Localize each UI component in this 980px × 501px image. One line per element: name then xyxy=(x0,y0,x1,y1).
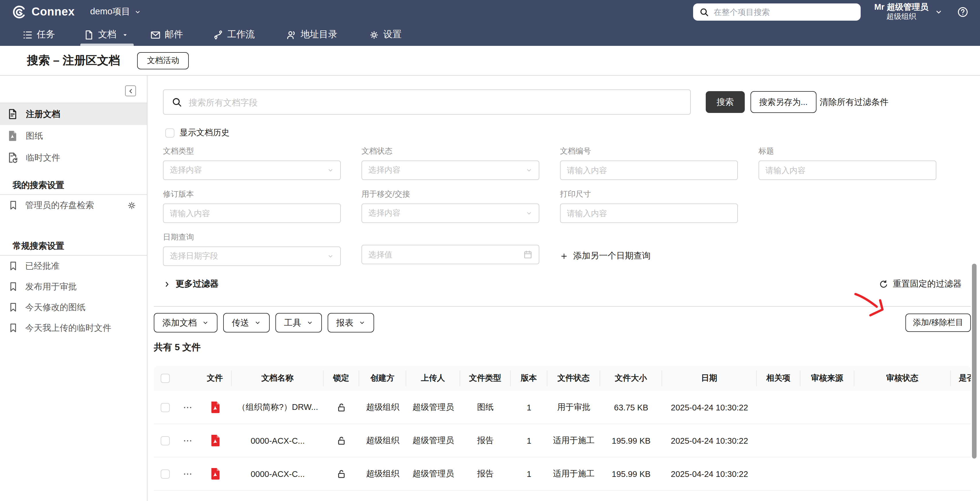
chevron-down-icon xyxy=(306,319,313,326)
nav-item-label: 地址目录 xyxy=(301,29,337,41)
row-menu-icon[interactable] xyxy=(183,469,193,479)
column-header-12[interactable]: 相关项 xyxy=(757,370,800,386)
document-search-box[interactable] xyxy=(163,89,691,115)
column-header-4[interactable]: 锁定 xyxy=(324,370,359,386)
table-row[interactable]: 0000-ACX-C...超级组织超级管理员报告1适用于施工195.99 KB2… xyxy=(154,457,971,491)
workflow-icon xyxy=(213,30,223,40)
show-history-checkbox[interactable] xyxy=(165,128,174,137)
saved-search-item[interactable]: 已经批准 xyxy=(0,256,147,276)
table-row[interactable]: （组织简称?）DRW...超级组织超级管理员图纸1用于审批63.75 KB202… xyxy=(154,391,971,424)
bookmark-icon xyxy=(8,200,18,210)
nav-item-gear[interactable]: 设置 xyxy=(369,24,402,46)
gear-icon[interactable] xyxy=(127,200,137,210)
more-filters-label: 更多过滤器 xyxy=(176,279,219,290)
saved-search-item[interactable]: 今天我上传的临时文件 xyxy=(0,317,147,338)
filter-input[interactable] xyxy=(560,203,738,223)
document-search-input[interactable] xyxy=(189,97,683,107)
column-header-2[interactable]: 文件 xyxy=(199,370,232,386)
user-name: Mr 超级管理员 xyxy=(874,2,929,12)
tools-button[interactable]: 工具 xyxy=(275,313,322,333)
filter-select[interactable]: 选择内容 xyxy=(361,203,539,223)
filter-text-input[interactable] xyxy=(567,209,731,218)
table-row[interactable] xyxy=(154,491,971,501)
filter-select[interactable]: 选择内容 xyxy=(361,160,539,180)
column-header-0[interactable] xyxy=(154,370,177,386)
sidebar-item-registered-docs[interactable]: 注册文档 xyxy=(0,103,147,125)
cell-0 xyxy=(154,469,177,478)
pdf-file-icon xyxy=(210,434,221,447)
cell-text: 图纸 xyxy=(477,402,494,413)
add-date-query-button[interactable]: 添加另一个日期查询 xyxy=(560,251,738,262)
filter-input[interactable] xyxy=(759,160,936,180)
cell-text: 适用于施工 xyxy=(553,435,595,446)
filter-select[interactable]: 选择内容 xyxy=(163,160,341,180)
column-header-6[interactable]: 上传人 xyxy=(406,370,460,386)
pdf-file-icon xyxy=(210,467,221,480)
save-search-as-button[interactable]: 搜索另存为... xyxy=(751,91,816,113)
cell-1 xyxy=(177,402,199,412)
column-header-11[interactable]: 日期 xyxy=(662,370,757,386)
filter-input[interactable] xyxy=(560,160,738,180)
column-header-15[interactable]: 是否 xyxy=(951,370,971,386)
user-menu-chevron-icon[interactable] xyxy=(935,8,943,16)
nav-item-document[interactable]: 文档 xyxy=(84,24,129,46)
filter-input[interactable] xyxy=(163,203,341,223)
column-header-7[interactable]: 文件类型 xyxy=(460,370,511,386)
main-nav: 任务文档邮件工作流地址目录设置 xyxy=(0,24,980,46)
user-block[interactable]: Mr 超级管理员 超级组织 xyxy=(874,2,929,22)
column-header-label: 审核来源 xyxy=(811,373,843,384)
saved-search-item[interactable]: 管理员的存盘检索 xyxy=(0,195,147,216)
nav-item-people[interactable]: 地址目录 xyxy=(286,24,337,46)
transmit-button[interactable]: 传送 xyxy=(223,313,270,333)
row-checkbox[interactable] xyxy=(161,403,170,412)
column-header-1[interactable] xyxy=(177,370,199,386)
filter-text-input[interactable] xyxy=(170,209,334,218)
global-search-input[interactable] xyxy=(714,7,855,16)
table-row[interactable]: 0000-ACX-C...超级组织超级管理员报告1适用于施工195.99 KB2… xyxy=(154,424,971,457)
more-filters-toggle[interactable]: 更多过滤器 xyxy=(163,279,219,290)
row-checkbox[interactable] xyxy=(161,469,170,478)
sidebar-item-drawings[interactable]: 图纸 xyxy=(0,125,147,147)
cell-1 xyxy=(177,469,199,479)
column-header-8[interactable]: 版本 xyxy=(511,370,547,386)
column-header-5[interactable]: 创建方 xyxy=(359,370,406,386)
column-header-9[interactable]: 文件状态 xyxy=(547,370,600,386)
filter-text-input[interactable] xyxy=(765,166,929,175)
brand[interactable]: Connex xyxy=(11,4,75,19)
filter-field: 用于移交/交接选择内容 xyxy=(361,189,539,223)
date-value-input[interactable] xyxy=(361,245,539,264)
column-header-14[interactable]: 审核状态 xyxy=(854,370,951,386)
bookmark-icon xyxy=(8,261,18,271)
row-menu-icon[interactable] xyxy=(183,435,193,446)
add-document-button[interactable]: 添加文档 xyxy=(154,313,218,333)
nav-item-tasks[interactable]: 任务 xyxy=(22,24,55,46)
search-button[interactable]: 搜索 xyxy=(706,91,745,113)
sidebar-item-temp-files[interactable]: 临时文件 xyxy=(0,147,147,168)
reset-pinned-filters[interactable]: 重置固定的过滤器 xyxy=(879,279,962,290)
reports-button[interactable]: 报表 xyxy=(328,313,374,333)
vertical-scrollbar[interactable] xyxy=(972,264,977,458)
column-header-10[interactable]: 文件大小 xyxy=(600,370,662,386)
column-header-3[interactable]: 文档名称 xyxy=(232,370,324,386)
project-switcher[interactable]: demo项目 xyxy=(90,6,141,18)
column-header-label: 创建方 xyxy=(371,373,395,384)
nav-item-mail[interactable]: 邮件 xyxy=(150,24,183,46)
saved-search-item[interactable]: 发布用于审批 xyxy=(0,276,147,297)
cell-11: 2025-04-24 10:30:22 xyxy=(662,436,757,445)
row-menu-icon[interactable] xyxy=(183,402,193,412)
sidebar-collapse-button[interactable] xyxy=(125,86,136,96)
date-value-text[interactable] xyxy=(368,250,519,259)
row-checkbox[interactable] xyxy=(161,436,170,445)
saved-search-item[interactable]: 今天修改的图纸 xyxy=(0,297,147,317)
date-field-select[interactable]: 选择日期字段 xyxy=(163,246,341,266)
filter-label: 文档状态 xyxy=(361,146,539,157)
select-all-checkbox[interactable] xyxy=(161,374,170,383)
column-header-13[interactable]: 审核来源 xyxy=(800,370,854,386)
global-search[interactable] xyxy=(693,3,861,21)
document-activity-button[interactable]: 文档活动 xyxy=(137,52,189,69)
add-remove-columns-button[interactable]: 添加/移除栏目 xyxy=(905,314,971,332)
filter-text-input[interactable] xyxy=(567,166,731,175)
nav-item-workflow[interactable]: 工作流 xyxy=(213,24,255,46)
help-icon[interactable] xyxy=(957,6,969,17)
clear-all-filters-link[interactable]: 清除所有过滤条件 xyxy=(819,97,888,108)
